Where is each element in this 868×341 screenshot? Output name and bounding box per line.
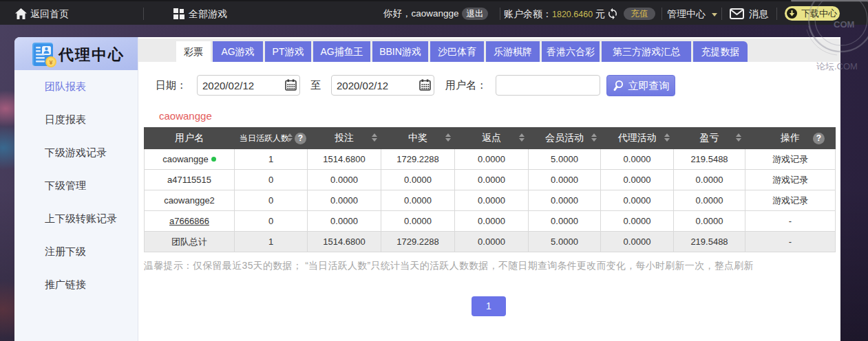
svg-text:¥: ¥ <box>49 59 52 66</box>
